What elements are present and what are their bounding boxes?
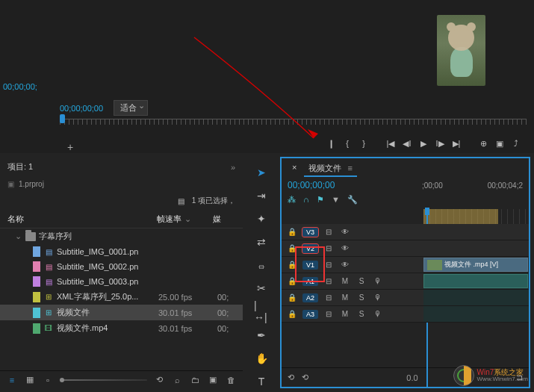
slip-tool[interactable]: |↔| bbox=[254, 304, 269, 319]
work-area-bar[interactable] bbox=[423, 209, 498, 224]
step-back-button[interactable]: ◀I bbox=[400, 137, 414, 150]
lock-icon[interactable]: 🔒 bbox=[286, 259, 298, 271]
solo-button[interactable]: S bbox=[356, 276, 367, 287]
voice-icon[interactable]: 🎙 bbox=[372, 308, 384, 320]
col-media[interactable]: 媒 bbox=[213, 214, 235, 225]
sync-lock-icon[interactable]: ⊟ bbox=[323, 292, 335, 304]
toggle-output[interactable]: 👁 bbox=[339, 226, 351, 238]
voice-icon[interactable]: 🎙 bbox=[372, 276, 384, 287]
settings-icon[interactable]: ▼ bbox=[332, 195, 340, 205]
voice-icon[interactable]: 🎙 bbox=[372, 292, 384, 304]
insert-button[interactable]: ⊕ bbox=[476, 137, 490, 150]
mute-button[interactable]: M bbox=[339, 276, 351, 287]
track-label[interactable]: A1 bbox=[302, 277, 318, 286]
project-item[interactable]: ⊞ XML字幕序列_25.0p... 25.00 fps 00; bbox=[0, 289, 243, 305]
sync-lock-icon[interactable]: ⊟ bbox=[323, 226, 335, 238]
project-item[interactable]: ▤ Subtitle_IMG_0003.pn bbox=[0, 274, 243, 289]
track-label[interactable]: V1 bbox=[302, 261, 318, 270]
rate-stretch-tool[interactable]: ⏛ bbox=[254, 258, 269, 273]
mark-out-button[interactable]: } bbox=[357, 137, 370, 150]
hand-tool[interactable]: ✋ bbox=[254, 351, 269, 365]
monitor-ruler[interactable] bbox=[60, 119, 527, 131]
timeline-tab[interactable]: 视频文件≡ bbox=[304, 161, 356, 177]
col-name[interactable]: 名称 bbox=[7, 214, 157, 225]
zoom-fit-dropdown[interactable]: 适合 bbox=[114, 100, 148, 116]
track-label[interactable]: V2 bbox=[302, 244, 318, 253]
track-label[interactable]: A2 bbox=[302, 293, 318, 302]
audio-clip[interactable] bbox=[423, 274, 528, 288]
toggle-output[interactable]: 👁 bbox=[339, 243, 351, 255]
track-body[interactable]: 视频文件 .mp4 [V] bbox=[423, 257, 529, 273]
delete-button[interactable]: 🗑 bbox=[225, 374, 237, 386]
find-button[interactable]: ⌕ bbox=[171, 374, 183, 386]
marker-button[interactable]: ⚑ bbox=[317, 195, 324, 205]
goto-out-button[interactable]: ▶| bbox=[450, 137, 463, 150]
rolling-edit-tool[interactable]: ⇄ bbox=[254, 235, 269, 249]
mark-in-out-icon[interactable]: ❙ bbox=[324, 137, 338, 150]
sync-lock-icon[interactable]: ⊟ bbox=[323, 308, 335, 320]
solo-button[interactable]: S bbox=[356, 308, 367, 320]
overwrite-button[interactable]: ▣ bbox=[493, 137, 506, 150]
timeline-ruler[interactable] bbox=[423, 209, 529, 224]
sync-lock-icon[interactable]: ⊟ bbox=[323, 259, 335, 271]
solo-button[interactable]: S bbox=[356, 292, 367, 304]
pen-tool[interactable]: ✒ bbox=[254, 328, 269, 342]
freeform-view-button[interactable]: ▫ bbox=[42, 374, 54, 386]
lock-icon[interactable]: 🔒 bbox=[286, 226, 298, 238]
col-fps[interactable]: 帧速率 ⌄ bbox=[157, 214, 213, 225]
folder-icon bbox=[25, 232, 36, 241]
timeline-timecode[interactable]: 00;00;00;00 bbox=[288, 180, 335, 190]
project-item[interactable]: ⊞ 视频文件 30.01 fps 00; bbox=[0, 305, 243, 320]
mute-button[interactable]: M bbox=[339, 292, 351, 304]
toggle-output[interactable]: 👁 bbox=[339, 259, 351, 271]
new-bin-button[interactable]: 🗀 bbox=[189, 374, 201, 386]
timeline-panel: × 视频文件≡ 00;00;00;00 ;00;00 00;00;04;2 ⁂ … bbox=[280, 157, 530, 388]
bin-folder-row[interactable]: ⌄ 字幕序列 bbox=[0, 228, 243, 244]
razor-tool[interactable]: ✂ bbox=[254, 281, 269, 295]
filter-icon[interactable]: ▤ bbox=[178, 197, 184, 205]
monitor-playhead[interactable] bbox=[60, 114, 65, 123]
export-frame-button[interactable]: ⤴ bbox=[509, 137, 523, 150]
sync-lock-icon[interactable]: ⊟ bbox=[323, 276, 335, 287]
monitor-timecode[interactable]: 00;00;00;00 bbox=[60, 104, 103, 113]
panel-menu-icon[interactable]: » bbox=[231, 163, 235, 172]
sync-lock-icon[interactable]: ⊟ bbox=[323, 243, 335, 255]
lock-icon[interactable]: 🔒 bbox=[286, 308, 298, 320]
lock-icon[interactable]: 🔒 bbox=[286, 292, 298, 304]
track-body[interactable] bbox=[423, 290, 529, 306]
snap-button[interactable]: ⁂ bbox=[288, 195, 296, 205]
track-body[interactable] bbox=[423, 273, 529, 290]
lock-icon[interactable]: 🔒 bbox=[286, 243, 298, 255]
tab-close-button[interactable]: × bbox=[288, 161, 301, 177]
project-item[interactable]: ▤ Subtitle_IMG_0001.pn bbox=[0, 244, 243, 259]
track-body[interactable] bbox=[423, 224, 529, 240]
play-button[interactable]: ▶ bbox=[417, 137, 430, 150]
track-body[interactable] bbox=[423, 240, 529, 257]
project-item[interactable]: ▤ Subtitle_IMG_0002.pn bbox=[0, 259, 243, 274]
ripple-edit-tool[interactable]: ✦ bbox=[254, 212, 269, 226]
lock-icon[interactable]: 🔒 bbox=[286, 276, 298, 287]
timeline-playhead[interactable] bbox=[423, 208, 431, 223]
type-tool[interactable]: T bbox=[254, 374, 269, 388]
new-item-button[interactable]: ▣ bbox=[207, 374, 219, 386]
linked-selection-button[interactable]: ∩ bbox=[303, 195, 309, 205]
expand-icon[interactable]: ⌄ bbox=[15, 231, 22, 241]
track-label[interactable]: V3 bbox=[302, 228, 318, 237]
automate-button[interactable]: ⟲ bbox=[153, 374, 165, 386]
mute-button[interactable]: M bbox=[339, 308, 351, 320]
goto-in-button[interactable]: |◀ bbox=[384, 137, 397, 150]
list-view-button[interactable]: ≡ bbox=[6, 374, 18, 386]
toggle-sync-lock[interactable]: ⟲ bbox=[288, 373, 294, 382]
track-label[interactable]: A3 bbox=[302, 310, 318, 319]
track-select-tool[interactable]: ⇥ bbox=[254, 189, 269, 203]
mark-in-button[interactable]: { bbox=[341, 137, 354, 150]
step-forward-button[interactable]: I▶ bbox=[433, 137, 447, 150]
video-clip[interactable]: 视频文件 .mp4 [V] bbox=[423, 258, 528, 272]
selection-tool[interactable]: ➤ bbox=[254, 166, 269, 180]
add-marker-button[interactable]: + bbox=[67, 141, 73, 153]
project-item[interactable]: 🎞 视频文件.mp4 30.01 fps 00; bbox=[0, 320, 243, 336]
track-body[interactable] bbox=[423, 306, 529, 323]
wrench-icon[interactable]: 🔧 bbox=[347, 195, 358, 205]
toggle-track-output[interactable]: ⟲ bbox=[302, 373, 308, 382]
icon-view-button[interactable]: ▦ bbox=[24, 374, 36, 386]
